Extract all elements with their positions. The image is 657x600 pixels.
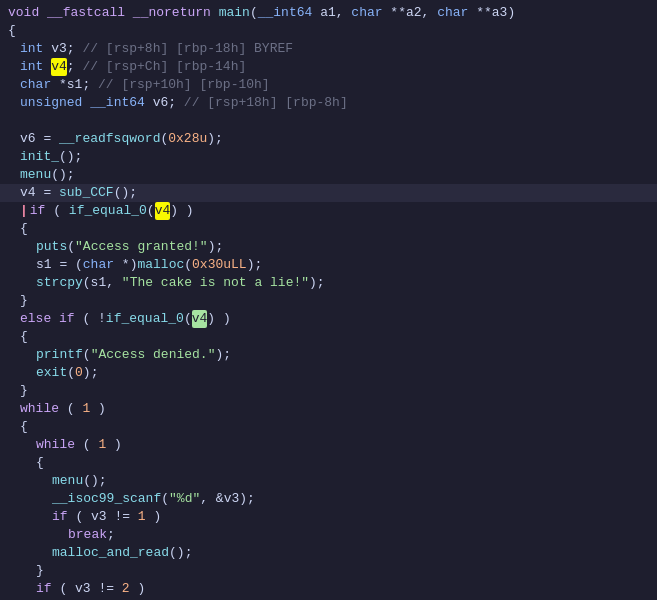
code-line-17: } [0, 292, 657, 310]
code-line-12: | if ( if_equal_0 ( v4 ) ) [0, 202, 657, 220]
code-line-18: else if ( ! if_equal_0 ( v4 ) ) [0, 310, 657, 328]
code-line-16: strcpy (s1, "The cake is not a lie!" ); [0, 274, 657, 292]
code-line-24: { [0, 418, 657, 436]
code-line-29: if ( v3 != 1 ) [0, 508, 657, 526]
code-line-19: { [0, 328, 657, 346]
code-line-21: exit ( 0 ); [0, 364, 657, 382]
code-line-33: if ( v3 != 2 ) [0, 580, 657, 598]
code-line-5: char *s1; // [rsp+10h] [rbp-10h] [0, 76, 657, 94]
code-line-10: menu (); [0, 166, 657, 184]
keyword-noreturn: __noreturn [133, 4, 211, 22]
code-line-8: v6 = __readfsqword ( 0x28u ); [0, 130, 657, 148]
code-line-3: int v3; // [rsp+8h] [rbp-18h] BYREF [0, 40, 657, 58]
fn-main: main [219, 4, 250, 22]
code-line-31: malloc_and_read (); [0, 544, 657, 562]
code-line-22: } [0, 382, 657, 400]
keyword-void: void [8, 4, 39, 22]
v4-var-highlight-3: v4 [192, 310, 208, 328]
code-line-20: printf ( "Access denied." ); [0, 346, 657, 364]
v4-var-highlight-2: v4 [155, 202, 171, 220]
code-line-7 [0, 112, 657, 130]
code-line-15: s1 = ( char *) malloc ( 0x30uLL ); [0, 256, 657, 274]
code-line-14: puts ( "Access granted!" ); [0, 238, 657, 256]
code-line-30: break ; [0, 526, 657, 544]
code-line-25: while ( 1 ) [0, 436, 657, 454]
code-line-1: void __fastcall __noreturn main ( __int6… [0, 4, 657, 22]
code-line-4: int v4 ; // [rsp+Ch] [rbp-14h] [0, 58, 657, 76]
arrow-indicator-1: | [20, 202, 28, 220]
code-line-9: init_ (); [0, 148, 657, 166]
code-line-32: } [0, 562, 657, 580]
keyword-fastcall: __fastcall [47, 4, 125, 22]
code-line-13: { [0, 220, 657, 238]
code-line-23: while ( 1 ) [0, 400, 657, 418]
v4-var-highlight-1: v4 [51, 58, 67, 76]
code-line-26: { [0, 454, 657, 472]
code-container: void __fastcall __noreturn main ( __int6… [0, 0, 657, 600]
code-line-6: unsigned __int64 v6; // [rsp+18h] [rbp-8… [0, 94, 657, 112]
code-line-2: { [0, 22, 657, 40]
code-line-11: v4 = sub_CCF (); [0, 184, 657, 202]
code-line-27: menu (); [0, 472, 657, 490]
code-line-28: __isoc99_scanf ( "%d" , &v3); [0, 490, 657, 508]
